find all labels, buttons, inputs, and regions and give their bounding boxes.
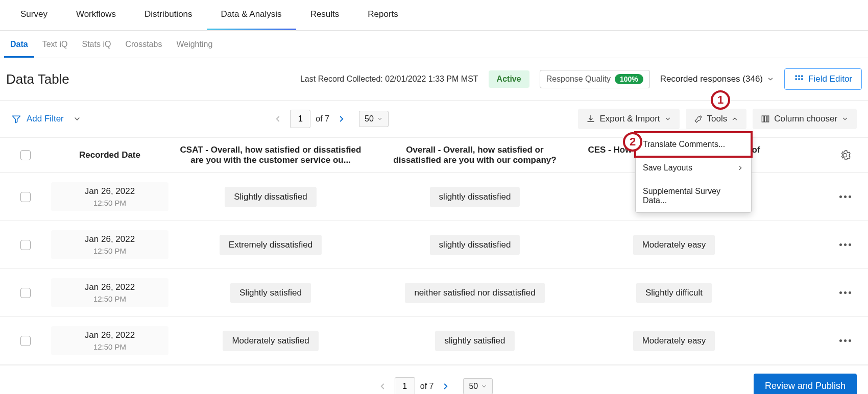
subtab-crosstabs[interactable]: Crosstabs bbox=[119, 31, 168, 58]
csat-chip: Slightly satisfied bbox=[230, 283, 311, 303]
prev-page-button-bottom[interactable] bbox=[375, 379, 390, 393]
header-recorded-date[interactable]: Recorded Date bbox=[51, 150, 168, 160]
table-row: Jan 26, 2022 12:50 PM Moderately satisfi… bbox=[0, 317, 868, 365]
next-page-button[interactable] bbox=[334, 112, 349, 126]
svg-rect-1 bbox=[798, 76, 800, 77]
date-value: Jan 26, 2022 bbox=[51, 282, 168, 292]
cell-ces: Slightly difficult bbox=[577, 283, 771, 303]
title-bar: Data Table Last Record Collected: 02/01/… bbox=[0, 58, 868, 101]
cell-overall: slightly satisfied bbox=[373, 331, 577, 351]
chevron-right-icon bbox=[737, 164, 744, 171]
row-actions-button[interactable] bbox=[837, 339, 868, 342]
review-publish-button[interactable]: Review and Publish bbox=[754, 374, 857, 394]
cell-csat: Slightly dissatisfied bbox=[168, 187, 373, 207]
chevron-down-icon bbox=[664, 115, 671, 122]
row-checkbox[interactable] bbox=[20, 288, 31, 298]
add-filter-button[interactable]: Add Filter bbox=[11, 114, 64, 124]
tab-distributions[interactable]: Distributions bbox=[130, 0, 207, 30]
row-actions-button[interactable] bbox=[837, 243, 868, 246]
more-icon bbox=[839, 243, 851, 246]
svg-rect-4 bbox=[798, 78, 800, 80]
subtab-data[interactable]: Data bbox=[4, 31, 34, 58]
csat-chip: Moderately satisfied bbox=[223, 331, 318, 351]
menu-supplemental-data[interactable]: Supplemental Survey Data... bbox=[636, 180, 751, 212]
filter-options-caret[interactable] bbox=[73, 115, 81, 123]
svg-rect-5 bbox=[801, 78, 803, 80]
overall-chip: slightly satisfied bbox=[435, 331, 514, 351]
filter-icon bbox=[11, 114, 21, 124]
overall-chip: slightly dissatisfied bbox=[430, 187, 520, 207]
tools-label: Tools bbox=[707, 114, 728, 124]
more-icon bbox=[839, 339, 851, 342]
tab-data-analysis[interactable]: Data & Analysis bbox=[207, 0, 296, 30]
annotation-2: 2 bbox=[623, 132, 642, 152]
header-csat[interactable]: CSAT - Overall, how satisfied or dissati… bbox=[168, 145, 373, 165]
row-checkbox[interactable] bbox=[20, 336, 31, 346]
export-import-label: Export & Import bbox=[599, 114, 660, 124]
time-value: 12:50 PM bbox=[51, 342, 168, 351]
subtab-weighting[interactable]: Weighting bbox=[170, 31, 219, 58]
recorded-responses-dropdown[interactable]: Recorded responses (346) bbox=[660, 74, 774, 84]
svg-rect-2 bbox=[801, 76, 803, 77]
primary-tabs: Survey Workflows Distributions Data & An… bbox=[0, 0, 868, 31]
page-input[interactable] bbox=[290, 110, 310, 128]
menu-save-layouts[interactable]: Save Layouts bbox=[636, 156, 751, 180]
date-value: Jan 26, 2022 bbox=[51, 186, 168, 196]
response-quality-button[interactable]: Response Quality 100% bbox=[540, 70, 650, 88]
tab-workflows[interactable]: Workflows bbox=[62, 0, 130, 30]
ces-chip: Slightly difficult bbox=[636, 283, 712, 303]
column-chooser-label: Column chooser bbox=[774, 114, 837, 124]
tools-button[interactable]: Tools bbox=[686, 109, 747, 129]
cell-csat: Slightly satisfied bbox=[168, 283, 373, 303]
cell-date: Jan 26, 2022 12:50 PM bbox=[51, 278, 168, 307]
cell-ces: Moderately easy bbox=[577, 331, 771, 351]
more-icon bbox=[839, 195, 851, 198]
date-value: Jan 26, 2022 bbox=[51, 234, 168, 244]
row-checkbox[interactable] bbox=[20, 192, 31, 202]
column-chooser-button[interactable]: Column chooser bbox=[753, 109, 857, 129]
row-checkbox[interactable] bbox=[20, 240, 31, 250]
page-size-select-bottom[interactable]: 50 bbox=[463, 378, 493, 395]
date-value: Jan 26, 2022 bbox=[51, 330, 168, 340]
subtab-statsiq[interactable]: Stats iQ bbox=[76, 31, 117, 58]
overall-chip: neither satisfied nor dissatisfied bbox=[405, 283, 544, 303]
subtab-textiq[interactable]: Text iQ bbox=[36, 31, 74, 58]
tab-reports[interactable]: Reports bbox=[353, 0, 413, 30]
next-page-button-bottom[interactable] bbox=[439, 379, 453, 393]
menu-save-layouts-label: Save Layouts bbox=[643, 163, 692, 173]
add-filter-label: Add Filter bbox=[27, 114, 64, 124]
page-input-bottom[interactable] bbox=[395, 377, 415, 395]
annotation-1: 1 bbox=[711, 90, 730, 110]
menu-translate-label: Translate Comments... bbox=[643, 140, 725, 149]
ces-chip: Moderately easy bbox=[633, 235, 715, 255]
pager-bottom: of 7 50 bbox=[375, 377, 493, 395]
time-value: 12:50 PM bbox=[51, 247, 168, 255]
page-of-label: of 7 bbox=[316, 114, 329, 124]
recorded-responses-label: Recorded responses (346) bbox=[660, 74, 763, 84]
gear-icon[interactable] bbox=[839, 150, 851, 161]
cell-overall: slightly dissatisfied bbox=[373, 235, 577, 255]
select-all-checkbox[interactable] bbox=[20, 150, 31, 160]
field-editor-button[interactable]: Field Editor bbox=[784, 68, 862, 90]
chevron-right-icon bbox=[441, 382, 450, 391]
last-record-label: Last Record Collected: 02/01/2022 1:33 P… bbox=[300, 75, 478, 84]
response-quality-value: 100% bbox=[615, 74, 643, 84]
cell-csat: Moderately satisfied bbox=[168, 331, 373, 351]
prev-page-button[interactable] bbox=[271, 112, 285, 126]
header-overall[interactable]: Overall - Overall, how satisfied or diss… bbox=[373, 145, 577, 165]
chevron-down-icon bbox=[73, 115, 81, 123]
menu-translate-comments[interactable]: Translate Comments... bbox=[636, 133, 751, 156]
cell-overall: slightly dissatisfied bbox=[373, 187, 577, 207]
tab-results[interactable]: Results bbox=[296, 0, 354, 30]
csat-chip: Slightly dissatisfied bbox=[225, 187, 317, 207]
row-actions-button[interactable] bbox=[837, 291, 868, 294]
tool-buttons: Export & Import Tools Column chooser 1 T… bbox=[578, 109, 857, 129]
row-actions-button[interactable] bbox=[837, 195, 868, 198]
tab-survey[interactable]: Survey bbox=[6, 0, 62, 30]
export-import-button[interactable]: Export & Import bbox=[578, 109, 679, 129]
wrench-icon bbox=[694, 114, 703, 124]
status-badge: Active bbox=[489, 70, 529, 88]
page-size-select[interactable]: 50 bbox=[359, 111, 389, 127]
cell-ces: Moderately easy bbox=[577, 235, 771, 255]
overall-chip: slightly dissatisfied bbox=[430, 235, 520, 255]
